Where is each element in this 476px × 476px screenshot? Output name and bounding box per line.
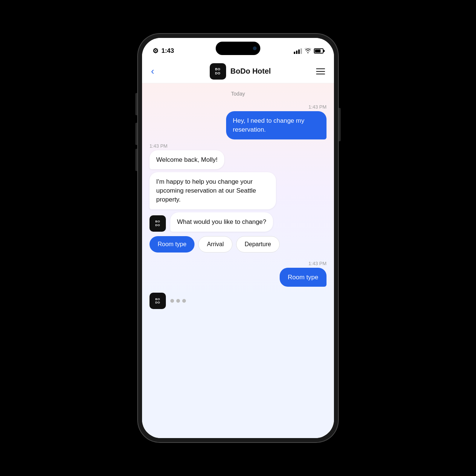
brand-section: BODO BoDo Hotel [210,63,271,80]
app-header: ‹ BODO BoDo Hotel [142,60,334,83]
quick-reply-room-type[interactable]: Room type [149,236,194,253]
phone-screen: ⚙ 1:43 [142,38,334,438]
menu-button[interactable] [316,68,325,74]
hamburger-line [316,74,325,74]
date-label: Today [142,83,334,100]
status-bar: ⚙ 1:43 [142,38,334,60]
bot-avatar-typing: BODO [149,293,166,309]
brand-name: BoDo Hotel [231,67,271,75]
message-time: 1:43 PM [142,100,334,111]
bot-message: Welcome back, Molly! [149,150,224,170]
wifi-icon [305,48,311,54]
bot-message-row: BODO What would you like to change? [142,212,334,232]
message-time: 1:43 PM [142,257,334,268]
hamburger-line [316,71,325,72]
typing-dot-1 [170,299,174,303]
back-icon: ‹ [151,65,154,77]
status-time: ⚙ 1:43 [152,47,174,55]
battery-icon [314,48,324,54]
typing-dots [170,299,186,303]
clock-display: 1:43 [161,47,174,55]
chat-area: Today 1:43 PM Hey, I need to change my r… [142,83,334,438]
bot-message-inline: What would you like to change? [170,212,273,232]
typing-indicator: BODO [142,287,334,309]
quick-reply-departure[interactable]: Departure [236,236,280,253]
typing-dot-3 [182,299,186,303]
status-icons [294,48,324,54]
quick-reply-arrival[interactable]: Arrival [198,236,232,253]
brand-logo: BODO [210,63,226,80]
gear-icon: ⚙ [152,47,158,55]
back-button[interactable]: ‹ [151,65,164,77]
dynamic-island [216,42,260,55]
camera-dot [253,46,257,50]
hamburger-line [316,68,325,69]
bot-avatar: BODO [149,215,166,232]
phone-frame: ⚙ 1:43 [138,33,338,443]
message-time: 1:43 PM [142,139,334,150]
quick-replies: Room type Arrival Departure [142,232,334,257]
user-message: Hey, I need to change my reservation. [226,111,327,139]
typing-dot-2 [176,299,180,303]
user-reply-message: Room type [280,268,327,287]
signal-icon [294,48,302,54]
bot-message: I'm happy to help you change your upcomi… [149,172,276,209]
